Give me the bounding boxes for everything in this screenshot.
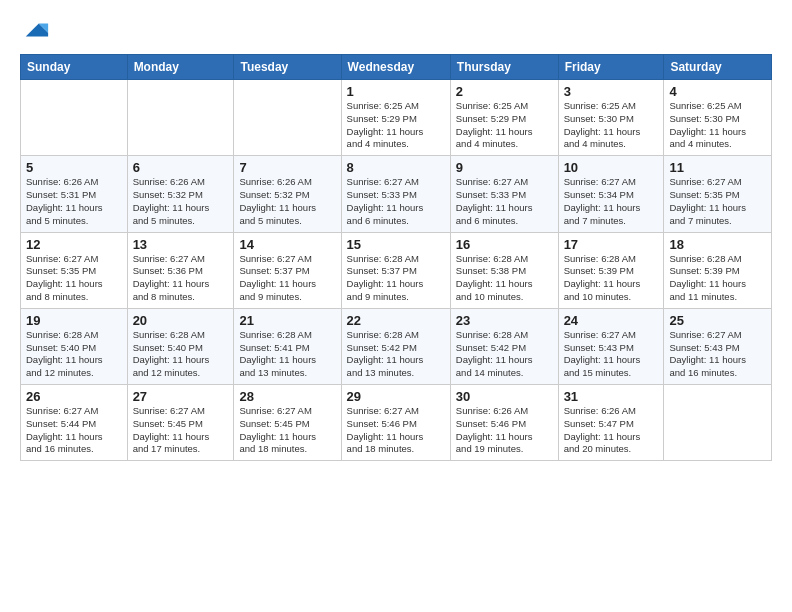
weekday-header-friday: Friday	[558, 55, 664, 80]
calendar-cell: 13Sunrise: 6:27 AM Sunset: 5:36 PM Dayli…	[127, 232, 234, 308]
calendar-cell: 12Sunrise: 6:27 AM Sunset: 5:35 PM Dayli…	[21, 232, 128, 308]
day-info: Sunrise: 6:27 AM Sunset: 5:45 PM Dayligh…	[133, 405, 229, 456]
day-info: Sunrise: 6:28 AM Sunset: 5:41 PM Dayligh…	[239, 329, 335, 380]
day-number: 27	[133, 389, 229, 404]
day-number: 11	[669, 160, 766, 175]
calendar-cell: 31Sunrise: 6:26 AM Sunset: 5:47 PM Dayli…	[558, 385, 664, 461]
weekday-header-wednesday: Wednesday	[341, 55, 450, 80]
day-info: Sunrise: 6:26 AM Sunset: 5:31 PM Dayligh…	[26, 176, 122, 227]
calendar-cell: 15Sunrise: 6:28 AM Sunset: 5:37 PM Dayli…	[341, 232, 450, 308]
day-info: Sunrise: 6:27 AM Sunset: 5:43 PM Dayligh…	[564, 329, 659, 380]
day-number: 12	[26, 237, 122, 252]
week-row-3: 12Sunrise: 6:27 AM Sunset: 5:35 PM Dayli…	[21, 232, 772, 308]
day-number: 29	[347, 389, 445, 404]
day-number: 13	[133, 237, 229, 252]
calendar-cell: 5Sunrise: 6:26 AM Sunset: 5:31 PM Daylig…	[21, 156, 128, 232]
calendar-cell: 24Sunrise: 6:27 AM Sunset: 5:43 PM Dayli…	[558, 308, 664, 384]
day-number: 5	[26, 160, 122, 175]
day-info: Sunrise: 6:28 AM Sunset: 5:40 PM Dayligh…	[133, 329, 229, 380]
logo-icon	[22, 16, 50, 44]
calendar-cell: 3Sunrise: 6:25 AM Sunset: 5:30 PM Daylig…	[558, 80, 664, 156]
weekday-header-monday: Monday	[127, 55, 234, 80]
day-number: 15	[347, 237, 445, 252]
calendar-cell: 17Sunrise: 6:28 AM Sunset: 5:39 PM Dayli…	[558, 232, 664, 308]
day-info: Sunrise: 6:27 AM Sunset: 5:46 PM Dayligh…	[347, 405, 445, 456]
day-number: 25	[669, 313, 766, 328]
calendar-cell: 25Sunrise: 6:27 AM Sunset: 5:43 PM Dayli…	[664, 308, 772, 384]
calendar-cell: 9Sunrise: 6:27 AM Sunset: 5:33 PM Daylig…	[450, 156, 558, 232]
calendar-cell: 4Sunrise: 6:25 AM Sunset: 5:30 PM Daylig…	[664, 80, 772, 156]
day-info: Sunrise: 6:28 AM Sunset: 5:42 PM Dayligh…	[347, 329, 445, 380]
day-number: 3	[564, 84, 659, 99]
calendar-cell: 27Sunrise: 6:27 AM Sunset: 5:45 PM Dayli…	[127, 385, 234, 461]
day-number: 21	[239, 313, 335, 328]
day-number: 26	[26, 389, 122, 404]
day-number: 10	[564, 160, 659, 175]
weekday-header-thursday: Thursday	[450, 55, 558, 80]
calendar-table: SundayMondayTuesdayWednesdayThursdayFrid…	[20, 54, 772, 461]
day-info: Sunrise: 6:25 AM Sunset: 5:29 PM Dayligh…	[347, 100, 445, 151]
calendar-cell: 22Sunrise: 6:28 AM Sunset: 5:42 PM Dayli…	[341, 308, 450, 384]
day-info: Sunrise: 6:27 AM Sunset: 5:33 PM Dayligh…	[456, 176, 553, 227]
day-number: 23	[456, 313, 553, 328]
calendar-cell: 11Sunrise: 6:27 AM Sunset: 5:35 PM Dayli…	[664, 156, 772, 232]
weekday-header-sunday: Sunday	[21, 55, 128, 80]
calendar-cell: 26Sunrise: 6:27 AM Sunset: 5:44 PM Dayli…	[21, 385, 128, 461]
calendar-cell	[234, 80, 341, 156]
day-info: Sunrise: 6:27 AM Sunset: 5:44 PM Dayligh…	[26, 405, 122, 456]
calendar-cell: 8Sunrise: 6:27 AM Sunset: 5:33 PM Daylig…	[341, 156, 450, 232]
day-number: 7	[239, 160, 335, 175]
day-info: Sunrise: 6:28 AM Sunset: 5:39 PM Dayligh…	[669, 253, 766, 304]
day-number: 16	[456, 237, 553, 252]
day-number: 20	[133, 313, 229, 328]
calendar-cell: 30Sunrise: 6:26 AM Sunset: 5:46 PM Dayli…	[450, 385, 558, 461]
week-row-1: 1Sunrise: 6:25 AM Sunset: 5:29 PM Daylig…	[21, 80, 772, 156]
day-number: 4	[669, 84, 766, 99]
day-info: Sunrise: 6:27 AM Sunset: 5:43 PM Dayligh…	[669, 329, 766, 380]
calendar-cell	[127, 80, 234, 156]
day-number: 22	[347, 313, 445, 328]
calendar-cell	[664, 385, 772, 461]
day-number: 1	[347, 84, 445, 99]
day-number: 24	[564, 313, 659, 328]
day-info: Sunrise: 6:27 AM Sunset: 5:36 PM Dayligh…	[133, 253, 229, 304]
day-info: Sunrise: 6:26 AM Sunset: 5:47 PM Dayligh…	[564, 405, 659, 456]
calendar-cell: 18Sunrise: 6:28 AM Sunset: 5:39 PM Dayli…	[664, 232, 772, 308]
day-number: 19	[26, 313, 122, 328]
weekday-header-saturday: Saturday	[664, 55, 772, 80]
weekday-header-row: SundayMondayTuesdayWednesdayThursdayFrid…	[21, 55, 772, 80]
calendar-cell: 1Sunrise: 6:25 AM Sunset: 5:29 PM Daylig…	[341, 80, 450, 156]
day-info: Sunrise: 6:26 AM Sunset: 5:46 PM Dayligh…	[456, 405, 553, 456]
day-info: Sunrise: 6:28 AM Sunset: 5:40 PM Dayligh…	[26, 329, 122, 380]
day-info: Sunrise: 6:25 AM Sunset: 5:29 PM Dayligh…	[456, 100, 553, 151]
calendar-cell: 20Sunrise: 6:28 AM Sunset: 5:40 PM Dayli…	[127, 308, 234, 384]
day-info: Sunrise: 6:26 AM Sunset: 5:32 PM Dayligh…	[239, 176, 335, 227]
header	[20, 16, 772, 44]
week-row-2: 5Sunrise: 6:26 AM Sunset: 5:31 PM Daylig…	[21, 156, 772, 232]
day-info: Sunrise: 6:27 AM Sunset: 5:35 PM Dayligh…	[26, 253, 122, 304]
calendar-cell: 7Sunrise: 6:26 AM Sunset: 5:32 PM Daylig…	[234, 156, 341, 232]
day-info: Sunrise: 6:27 AM Sunset: 5:45 PM Dayligh…	[239, 405, 335, 456]
day-info: Sunrise: 6:25 AM Sunset: 5:30 PM Dayligh…	[564, 100, 659, 151]
calendar-cell	[21, 80, 128, 156]
calendar-cell: 28Sunrise: 6:27 AM Sunset: 5:45 PM Dayli…	[234, 385, 341, 461]
day-number: 28	[239, 389, 335, 404]
day-info: Sunrise: 6:27 AM Sunset: 5:33 PM Dayligh…	[347, 176, 445, 227]
day-number: 6	[133, 160, 229, 175]
day-number: 17	[564, 237, 659, 252]
week-row-4: 19Sunrise: 6:28 AM Sunset: 5:40 PM Dayli…	[21, 308, 772, 384]
calendar-cell: 14Sunrise: 6:27 AM Sunset: 5:37 PM Dayli…	[234, 232, 341, 308]
day-info: Sunrise: 6:27 AM Sunset: 5:37 PM Dayligh…	[239, 253, 335, 304]
calendar-cell: 16Sunrise: 6:28 AM Sunset: 5:38 PM Dayli…	[450, 232, 558, 308]
day-info: Sunrise: 6:28 AM Sunset: 5:42 PM Dayligh…	[456, 329, 553, 380]
day-number: 18	[669, 237, 766, 252]
calendar-cell: 29Sunrise: 6:27 AM Sunset: 5:46 PM Dayli…	[341, 385, 450, 461]
calendar-cell: 19Sunrise: 6:28 AM Sunset: 5:40 PM Dayli…	[21, 308, 128, 384]
calendar-cell: 21Sunrise: 6:28 AM Sunset: 5:41 PM Dayli…	[234, 308, 341, 384]
day-number: 30	[456, 389, 553, 404]
day-info: Sunrise: 6:28 AM Sunset: 5:38 PM Dayligh…	[456, 253, 553, 304]
day-number: 8	[347, 160, 445, 175]
day-number: 9	[456, 160, 553, 175]
day-number: 2	[456, 84, 553, 99]
calendar-cell: 6Sunrise: 6:26 AM Sunset: 5:32 PM Daylig…	[127, 156, 234, 232]
